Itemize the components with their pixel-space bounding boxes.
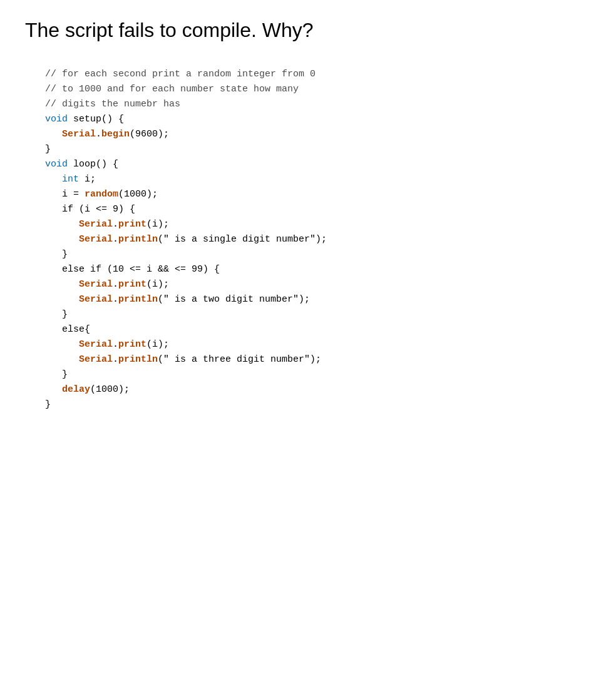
code-line-21: }	[45, 367, 571, 382]
code-line-6: }	[45, 142, 571, 157]
code-line-15: Serial.print(i);	[45, 277, 571, 292]
code-line-16: Serial.println(" is a two digit number")…	[45, 292, 571, 307]
code-line-17: }	[45, 307, 571, 322]
code-line-22: delay(1000);	[45, 382, 571, 397]
code-line-7: void loop() {	[45, 157, 571, 172]
code-line-9: i = random(1000);	[45, 187, 571, 202]
code-line-1: // for each second print a random intege…	[45, 67, 571, 82]
code-line-12: Serial.println(" is a single digit numbe…	[45, 232, 571, 247]
code-line-13: }	[45, 247, 571, 262]
code-line-5: Serial.begin(9600);	[45, 127, 571, 142]
code-line-14: else if (10 <= i && <= 99) {	[45, 262, 571, 277]
code-line-20: Serial.println(" is a three digit number…	[45, 352, 571, 367]
page-title: The script fails to compile. Why?	[25, 19, 591, 42]
code-line-18: else{	[45, 322, 571, 337]
code-line-3: // digits the numebr has	[45, 97, 571, 112]
code-line-23: }	[45, 397, 571, 412]
code-block: // for each second print a random intege…	[25, 57, 591, 422]
code-line-8: int i;	[45, 172, 571, 187]
code-line-4: void setup() {	[45, 112, 571, 127]
code-line-10: if (i <= 9) {	[45, 202, 571, 217]
code-line-2: // to 1000 and for each number state how…	[45, 82, 571, 97]
code-line-19: Serial.print(i);	[45, 337, 571, 352]
code-line-11: Serial.print(i);	[45, 217, 571, 232]
